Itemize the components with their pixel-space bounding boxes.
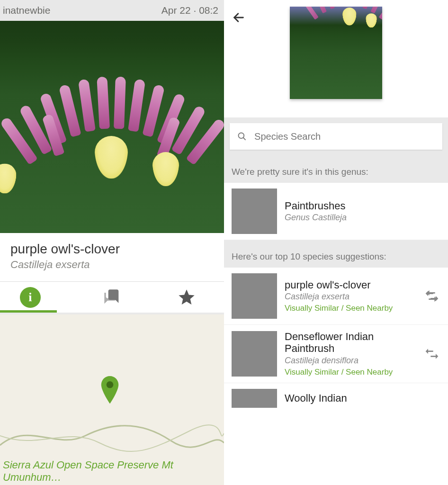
top-suggestions-heading: Here's our top 10 species suggestions: — [224, 240, 448, 268]
suggestion-thumbnail — [232, 273, 277, 319]
observation-map[interactable]: Sierra Azul Open Space Preserve Mt Umunh… — [0, 313, 224, 485]
genus-scientific-name: Genus Castilleja — [285, 213, 440, 223]
genus-thumbnail — [232, 189, 277, 234]
suggestion-common-name: purple owl's-clover — [285, 279, 417, 291]
observation-photo[interactable] — [0, 21, 224, 233]
genus-section-heading: We're pretty sure it's in this genus: — [224, 155, 448, 183]
species-search-bar[interactable] — [230, 123, 442, 150]
back-button[interactable] — [231, 9, 247, 26]
species-search-input[interactable] — [254, 131, 435, 142]
tab-info[interactable]: i — [0, 282, 75, 313]
species-suggestion[interactable]: purple owl's-clover Castilleja exserta V… — [224, 268, 448, 325]
tab-favorite[interactable] — [149, 282, 224, 313]
observation-detail-pane: inatnewbie Apr 22 · 08:2 purple owl — [0, 0, 224, 485]
suggestion-common-name: Denseflower Indian Paintbrush — [285, 331, 417, 355]
arrow-left-icon — [232, 11, 245, 24]
info-icon: i — [20, 287, 41, 308]
observer-username: inatnewbie — [3, 5, 50, 16]
suggestion-scientific-name: Castilleja densiflora — [285, 356, 417, 366]
query-photo-thumbnail[interactable] — [290, 7, 382, 99]
suggestion-reason: Visually Similar / Seen Nearby — [285, 368, 417, 377]
observation-datetime: Apr 22 · 08:2 — [161, 5, 218, 16]
genus-common-name: Paintbrushes — [285, 200, 440, 212]
svg-line-3 — [243, 138, 246, 140]
species-search-pane: We're pretty sure it's in this genus: Pa… — [224, 0, 448, 485]
species-common-name: purple owl's-clover — [10, 242, 214, 257]
swap-horizontal-icon — [424, 346, 439, 361]
svg-point-0 — [107, 381, 114, 388]
search-icon — [237, 131, 247, 142]
suggestion-scientific-name: Castilleja exserta — [285, 292, 417, 302]
suggestion-reason: Visually Similar / Seen Nearby — [285, 304, 417, 313]
star-icon — [177, 288, 196, 307]
suggestion-thumbnail — [232, 331, 277, 377]
svg-point-2 — [239, 133, 244, 138]
comments-icon — [103, 288, 122, 307]
compare-button[interactable] — [424, 288, 440, 304]
tab-comments[interactable] — [75, 282, 150, 313]
map-location-label: Sierra Azul Open Space Preserve Mt Umunh… — [3, 459, 224, 483]
species-suggestion[interactable]: Woolly Indian — [224, 383, 448, 413]
species-scientific-name: Castilleja exserta — [10, 259, 214, 271]
observation-header: inatnewbie Apr 22 · 08:2 — [0, 0, 224, 21]
map-pin-icon — [99, 376, 120, 407]
detail-tabbar: i — [0, 281, 224, 313]
species-suggestion[interactable]: Denseflower Indian Paintbrush Castilleja… — [224, 325, 448, 383]
search-header — [224, 0, 448, 117]
suggestion-common-name: Woolly Indian — [285, 392, 440, 404]
species-id-block: purple owl's-clover Castilleja exserta — [0, 233, 224, 281]
swap-horizontal-icon — [424, 288, 439, 304]
suggestion-thumbnail — [232, 389, 277, 408]
compare-button[interactable] — [424, 346, 440, 361]
genus-suggestion[interactable]: Paintbrushes Genus Castilleja — [224, 183, 448, 240]
search-bar-container — [224, 117, 448, 155]
